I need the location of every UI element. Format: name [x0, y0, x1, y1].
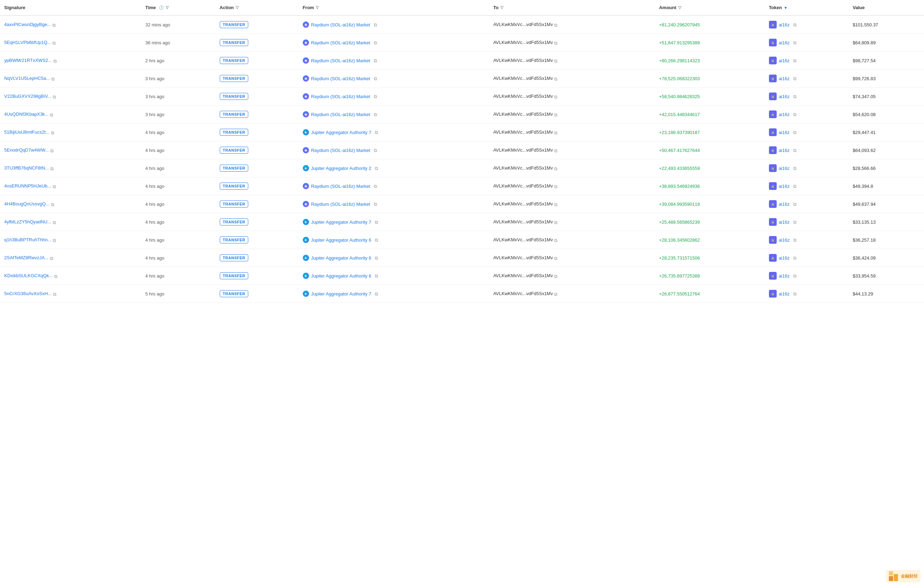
transfer-badge[interactable]: TRANSFER: [220, 218, 249, 226]
action-filter-icon[interactable]: ▽: [236, 5, 238, 10]
amount-filter-icon[interactable]: ▽: [678, 5, 681, 10]
to-copy-icon[interactable]: ⧉: [554, 202, 559, 207]
signature-link[interactable]: q1h3BuBPTRuhThhn...: [4, 237, 51, 243]
signature-link[interactable]: KDxikbSULKGCXqQk...: [4, 273, 53, 278]
to-copy-icon[interactable]: ⧉: [554, 238, 559, 243]
copy-icon[interactable]: ⧉: [51, 130, 56, 135]
from-filter-icon[interactable]: ▽: [316, 5, 318, 10]
copy-icon[interactable]: ⧉: [51, 202, 56, 207]
signature-link[interactable]: 4H4BougQoUxsvgQ...: [4, 201, 50, 206]
token-copy-icon[interactable]: ⧉: [793, 148, 798, 153]
transfer-badge[interactable]: TRANSFER: [220, 111, 249, 118]
copy-icon[interactable]: ⧉: [53, 40, 57, 45]
token-copy-icon[interactable]: ⧉: [793, 94, 798, 99]
token-label-link[interactable]: ai16z: [779, 40, 790, 45]
transfer-badge[interactable]: TRANSFER: [220, 254, 249, 261]
from-copy-icon[interactable]: ⧉: [374, 112, 379, 117]
transfer-badge[interactable]: TRANSFER: [220, 272, 249, 279]
token-label-link[interactable]: ai16z: [779, 94, 790, 99]
to-copy-icon[interactable]: ⧉: [554, 184, 559, 189]
from-address-link[interactable]: Raydium (SOL-ai16z) Market: [311, 76, 370, 81]
token-label-link[interactable]: ai16z: [779, 22, 790, 27]
copy-icon[interactable]: ⧉: [53, 220, 58, 225]
copy-icon[interactable]: ⧉: [53, 58, 58, 63]
token-copy-icon[interactable]: ⧉: [793, 40, 798, 45]
signature-link[interactable]: 4UsQDNf3KbapX3k...: [4, 112, 48, 117]
from-address-link[interactable]: Raydium (SOL-ai16z) Market: [311, 201, 370, 207]
from-copy-icon[interactable]: ⧉: [375, 166, 380, 171]
token-label-link[interactable]: ai16z: [779, 58, 790, 63]
token-copy-icon[interactable]: ⧉: [793, 255, 798, 260]
from-address-link[interactable]: Jupiter Aggregator Authority 7: [311, 220, 371, 225]
copy-icon[interactable]: ⧉: [50, 148, 55, 153]
from-copy-icon[interactable]: ⧉: [374, 201, 379, 206]
copy-icon[interactable]: ⧉: [50, 166, 55, 171]
to-copy-icon[interactable]: ⧉: [554, 274, 559, 279]
token-label-link[interactable]: ai16z: [779, 220, 790, 225]
to-copy-icon[interactable]: ⧉: [554, 94, 559, 99]
token-label-link[interactable]: ai16z: [779, 238, 790, 243]
to-copy-icon[interactable]: ⧉: [554, 40, 559, 45]
from-address-link[interactable]: Jupiter Aggregator Authority 6: [311, 273, 371, 279]
from-address-link[interactable]: Raydium (SOL-ai16z) Market: [311, 112, 370, 117]
from-copy-icon[interactable]: ⧉: [374, 148, 379, 153]
to-copy-icon[interactable]: ⧉: [554, 76, 559, 81]
to-copy-icon[interactable]: ⧉: [554, 220, 559, 225]
from-copy-icon[interactable]: ⧉: [375, 273, 380, 278]
token-copy-icon[interactable]: ⧉: [793, 130, 798, 135]
from-copy-icon[interactable]: ⧉: [374, 94, 379, 99]
from-address-link[interactable]: Jupiter Aggregator Authority 7: [311, 130, 371, 135]
token-copy-icon[interactable]: ⧉: [793, 201, 798, 206]
token-label-link[interactable]: ai16z: [779, 291, 790, 297]
transfer-badge[interactable]: TRANSFER: [220, 200, 249, 208]
token-label-link[interactable]: ai16z: [779, 130, 790, 135]
copy-icon[interactable]: ⧉: [53, 184, 58, 189]
token-copy-icon[interactable]: ⧉: [793, 58, 798, 63]
transfer-badge[interactable]: TRANSFER: [220, 75, 249, 82]
to-copy-icon[interactable]: ⧉: [554, 130, 559, 135]
transfer-badge[interactable]: TRANSFER: [220, 39, 249, 46]
token-copy-icon[interactable]: ⧉: [793, 22, 798, 27]
from-copy-icon[interactable]: ⧉: [375, 130, 380, 135]
signature-link[interactable]: 51BijiUsU8mtFucs2t...: [4, 129, 50, 135]
from-address-link[interactable]: Raydium (SOL-ai16z) Market: [311, 58, 370, 63]
token-label-link[interactable]: ai16z: [779, 183, 790, 189]
from-copy-icon[interactable]: ⧉: [374, 76, 379, 81]
signature-link[interactable]: 4yfbtLzZY5hQyadNU...: [4, 219, 51, 224]
from-address-link[interactable]: Raydium (SOL-ai16z) Market: [311, 94, 370, 99]
from-copy-icon[interactable]: ⧉: [375, 238, 380, 243]
transfer-badge[interactable]: TRANSFER: [220, 183, 249, 190]
clock-icon[interactable]: 🕐: [159, 5, 164, 10]
copy-icon[interactable]: ⧉: [53, 23, 57, 27]
from-copy-icon[interactable]: ⧉: [374, 183, 379, 188]
token-label-link[interactable]: ai16z: [779, 255, 790, 261]
token-label-link[interactable]: ai16z: [779, 201, 790, 207]
from-copy-icon[interactable]: ⧉: [374, 58, 379, 63]
copy-icon[interactable]: ⧉: [53, 292, 58, 297]
copy-icon[interactable]: ⧉: [53, 94, 58, 99]
transfer-badge[interactable]: TRANSFER: [220, 57, 249, 64]
token-copy-icon[interactable]: ⧉: [793, 220, 798, 224]
to-filter-icon[interactable]: ▽: [500, 5, 503, 10]
signature-link[interactable]: 5EnodrQqD7w4WW...: [4, 147, 49, 153]
signature-link[interactable]: 5nCrXG36uAvXoSxH...: [4, 291, 52, 296]
transfer-badge[interactable]: TRANSFER: [220, 129, 249, 136]
copy-icon[interactable]: ⧉: [50, 112, 55, 117]
signature-link[interactable]: 2SAfTeMZ8RwvzJA...: [4, 255, 48, 260]
token-copy-icon[interactable]: ⧉: [793, 76, 798, 81]
token-label-link[interactable]: ai16z: [779, 76, 790, 81]
token-copy-icon[interactable]: ⧉: [793, 291, 798, 296]
to-copy-icon[interactable]: ⧉: [554, 148, 559, 153]
copy-icon[interactable]: ⧉: [50, 256, 55, 261]
copy-icon[interactable]: ⧉: [51, 76, 56, 81]
signature-link[interactable]: 4axvPtCwunDjgyBge...: [4, 22, 51, 27]
signature-link[interactable]: 4osERUNNP5HJeUb...: [4, 183, 51, 188]
signature-link[interactable]: 5EqH1LVPb6bfUp1Q...: [4, 40, 51, 45]
transfer-badge[interactable]: TRANSFER: [220, 236, 249, 243]
from-address-link[interactable]: Raydium (SOL-ai16z) Market: [311, 183, 370, 189]
from-address-link[interactable]: Raydium (SOL-ai16z) Market: [311, 148, 370, 153]
from-copy-icon[interactable]: ⧉: [374, 22, 379, 27]
transfer-badge[interactable]: TRANSFER: [220, 290, 249, 297]
from-address-link[interactable]: Raydium (SOL-ai16z) Market: [311, 40, 370, 45]
token-copy-icon[interactable]: ⧉: [793, 166, 798, 171]
